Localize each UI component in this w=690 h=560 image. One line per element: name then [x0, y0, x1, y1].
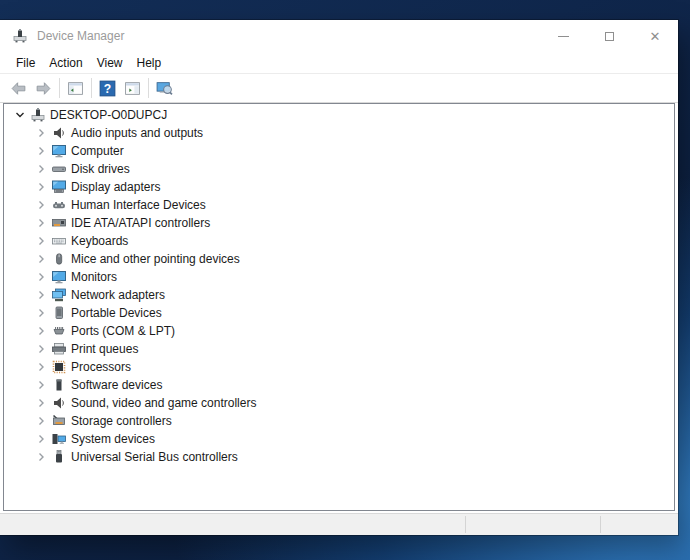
ide-ata-atapi-controllers-icon	[51, 215, 67, 231]
tree-item-label: Monitors	[71, 270, 117, 284]
tree-item-network-adapters[interactable]: Network adapters	[4, 286, 674, 304]
chevron-collapsed-icon[interactable]	[33, 287, 49, 303]
toolbar-separator	[148, 78, 149, 98]
chevron-collapsed-icon[interactable]	[33, 161, 49, 177]
chevron-collapsed-icon[interactable]	[33, 251, 49, 267]
mice-and-other-pointing-devices-icon	[51, 251, 67, 267]
human-interface-devices-icon	[51, 197, 67, 213]
display-adapters-icon	[51, 179, 67, 195]
device-manager-app-icon	[12, 28, 28, 44]
tree-item-software-devices[interactable]: Software devices	[4, 376, 674, 394]
tree-item-human-interface-devices[interactable]: Human Interface Devices	[4, 196, 674, 214]
tree-item-label: Disk drives	[71, 162, 130, 176]
chevron-collapsed-icon[interactable]	[33, 233, 49, 249]
chevron-collapsed-icon[interactable]	[33, 215, 49, 231]
help-icon	[99, 80, 116, 97]
sound-video-and-game-controllers-icon	[51, 395, 67, 411]
menu-action[interactable]: Action	[42, 54, 89, 72]
tree-item-processors[interactable]: Processors	[4, 358, 674, 376]
tree-item-system-devices[interactable]: System devices	[4, 430, 674, 448]
menu-bar: File Action View Help	[0, 52, 678, 74]
chevron-collapsed-icon[interactable]	[33, 323, 49, 339]
tree-item-universal-serial-bus-controllers[interactable]: Universal Serial Bus controllers	[4, 448, 674, 466]
forward-button[interactable]	[31, 77, 56, 100]
chevron-expanded-icon[interactable]	[12, 107, 28, 123]
tree-item-label: IDE ATA/ATAPI controllers	[71, 216, 210, 230]
tree-item-label: Computer	[71, 144, 124, 158]
minimize-button[interactable]	[540, 20, 586, 52]
tree-item-ports-com-lpt[interactable]: Ports (COM & LPT)	[4, 322, 674, 340]
window-title: Device Manager	[37, 29, 124, 43]
tree-item-keyboards[interactable]: Keyboards	[4, 232, 674, 250]
toolbar-separator	[91, 78, 92, 98]
menu-file[interactable]: File	[9, 54, 42, 72]
chevron-collapsed-icon[interactable]	[33, 359, 49, 375]
chevron-collapsed-icon[interactable]	[33, 377, 49, 393]
desktop-background: Device Manager ✕ File Action View Help	[0, 0, 690, 560]
chevron-collapsed-icon[interactable]	[33, 269, 49, 285]
monitors-icon	[51, 269, 67, 285]
tree-item-label: Sound, video and game controllers	[71, 396, 256, 410]
computer-icon	[51, 143, 67, 159]
chevron-collapsed-icon[interactable]	[33, 341, 49, 357]
audio-inputs-and-outputs-icon	[51, 125, 67, 141]
help-button[interactable]	[95, 77, 120, 100]
show-action-pane-button[interactable]	[120, 77, 145, 100]
keyboards-icon	[51, 233, 67, 249]
toolbar	[0, 74, 678, 103]
tree-item-label: DESKTOP-O0DUPCJ	[50, 108, 167, 122]
tree-item-label: Software devices	[71, 378, 162, 392]
tree-item-mice-and-other-pointing-devices[interactable]: Mice and other pointing devices	[4, 250, 674, 268]
close-icon: ✕	[650, 30, 661, 43]
tree-item-print-queues[interactable]: Print queues	[4, 340, 674, 358]
maximize-button[interactable]	[586, 20, 632, 52]
storage-controllers-icon	[51, 413, 67, 429]
tree-item-desktop-root[interactable]: DESKTOP-O0DUPCJ	[4, 106, 674, 124]
tree-item-monitors[interactable]: Monitors	[4, 268, 674, 286]
show-console-tree-button[interactable]	[63, 77, 88, 100]
network-adapters-icon	[51, 287, 67, 303]
tree-item-storage-controllers[interactable]: Storage controllers	[4, 412, 674, 430]
menu-help[interactable]: Help	[130, 54, 169, 72]
tree-item-label: Keyboards	[71, 234, 128, 248]
device-tree[interactable]: DESKTOP-O0DUPCJAudio inputs and outputsC…	[3, 103, 675, 511]
tree-item-label: System devices	[71, 432, 155, 446]
chevron-collapsed-icon[interactable]	[33, 395, 49, 411]
close-button[interactable]: ✕	[632, 20, 678, 52]
scan-for-hardware-changes-button[interactable]	[152, 77, 177, 100]
chevron-collapsed-icon[interactable]	[33, 431, 49, 447]
title-bar[interactable]: Device Manager ✕	[0, 20, 678, 52]
tree-item-disk-drives[interactable]: Disk drives	[4, 160, 674, 178]
chevron-collapsed-icon[interactable]	[33, 305, 49, 321]
maximize-icon	[605, 32, 614, 41]
status-bar	[0, 513, 678, 535]
chevron-collapsed-icon[interactable]	[33, 125, 49, 141]
tree-item-computer[interactable]: Computer	[4, 142, 674, 160]
universal-serial-bus-controllers-icon	[51, 449, 67, 465]
chevron-collapsed-icon[interactable]	[33, 179, 49, 195]
window-controls: ✕	[540, 20, 678, 52]
system-devices-icon	[51, 431, 67, 447]
tree-item-audio-inputs-and-outputs[interactable]: Audio inputs and outputs	[4, 124, 674, 142]
chevron-collapsed-icon[interactable]	[33, 449, 49, 465]
portable-devices-icon	[51, 305, 67, 321]
processors-icon	[51, 359, 67, 375]
chevron-collapsed-icon[interactable]	[33, 413, 49, 429]
forward-icon	[35, 80, 52, 97]
tree-item-label: Ports (COM & LPT)	[71, 324, 175, 338]
tree-item-label: Display adapters	[71, 180, 160, 194]
chevron-collapsed-icon[interactable]	[33, 143, 49, 159]
status-separator	[465, 516, 466, 533]
tree-item-sound-video-and-game-controllers[interactable]: Sound, video and game controllers	[4, 394, 674, 412]
tree-item-ide-ata-atapi-controllers[interactable]: IDE ATA/ATAPI controllers	[4, 214, 674, 232]
tree-item-label: Mice and other pointing devices	[71, 252, 240, 266]
tree-item-label: Universal Serial Bus controllers	[71, 450, 238, 464]
toolbar-separator	[59, 78, 60, 98]
back-button[interactable]	[6, 77, 31, 100]
disk-drives-icon	[51, 161, 67, 177]
tree-item-portable-devices[interactable]: Portable Devices	[4, 304, 674, 322]
chevron-collapsed-icon[interactable]	[33, 197, 49, 213]
print-queues-icon	[51, 341, 67, 357]
tree-item-display-adapters[interactable]: Display adapters	[4, 178, 674, 196]
menu-view[interactable]: View	[90, 54, 130, 72]
